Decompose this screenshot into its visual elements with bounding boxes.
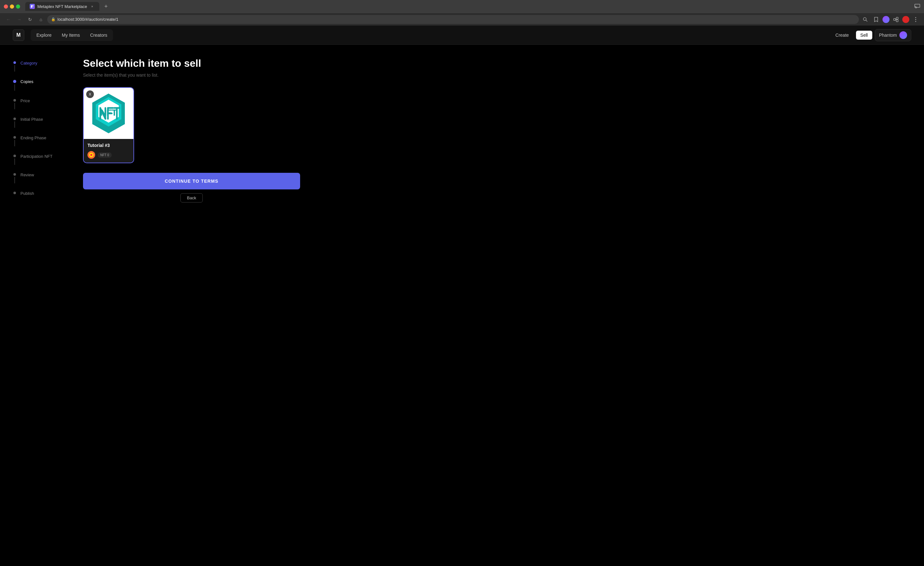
sidebar-step-review[interactable]: Review	[13, 173, 64, 183]
extensions-icon[interactable]	[891, 15, 900, 24]
sidebar-step-participation-nft[interactable]: Participation NFT	[13, 154, 64, 165]
address-bar[interactable]: 🔒 localhost:3000/#/auction/create/1	[47, 15, 859, 24]
sell-button[interactable]: Sell	[856, 31, 872, 40]
step-dot-container-ending-phase	[13, 136, 16, 146]
step-dot-publish	[14, 192, 16, 194]
step-dot-participation-nft	[14, 155, 16, 157]
app-navbar: M Explore My Items Creators Create Sell …	[0, 26, 924, 45]
step-dot-ending-phase	[14, 136, 16, 139]
traffic-light-red[interactable]	[4, 5, 8, 9]
svg-rect-0	[31, 5, 32, 8]
step-dot-review	[14, 173, 16, 176]
phantom-wallet-button[interactable]: Phantom	[875, 29, 911, 41]
step-label-participation-nft: Participation NFT	[20, 154, 52, 159]
browser-toolbar-right	[861, 15, 920, 24]
nft-card-body: Tutorial #3 NFT 0	[84, 139, 134, 162]
phantom-extension-icon[interactable]	[882, 16, 890, 23]
step-line-initial-phase	[14, 122, 15, 128]
svg-line-4	[866, 20, 867, 21]
page-subtitle: Select the item(s) that you want to list…	[83, 72, 300, 78]
step-label-review: Review	[20, 173, 34, 178]
step-dot-copies	[13, 80, 16, 83]
tab-favicon	[30, 4, 35, 9]
step-dot-price	[14, 99, 16, 102]
tab-close-button[interactable]: ×	[90, 4, 95, 9]
svg-rect-1	[32, 5, 33, 6]
main-layout: Category Copies Price	[0, 45, 924, 566]
profile-icon[interactable]	[902, 16, 909, 23]
continue-to-terms-button[interactable]: CONTINUE TO TERMS	[83, 173, 300, 189]
create-button[interactable]: Create	[831, 31, 854, 40]
sidebar-step-price[interactable]: Price	[13, 98, 64, 109]
svg-rect-6	[896, 17, 898, 19]
traffic-light-yellow[interactable]	[10, 5, 14, 9]
step-dot-container-publish	[13, 192, 16, 194]
address-lock-icon: 🔒	[51, 17, 56, 21]
step-line-category	[14, 65, 15, 72]
main-content: Select which item to sell Select the ite…	[83, 57, 300, 553]
step-label-category: Category	[20, 61, 38, 66]
traffic-light-green[interactable]	[16, 5, 20, 9]
refresh-nav-button[interactable]: ↻	[26, 15, 34, 24]
svg-point-9	[915, 19, 916, 20]
svg-rect-7	[896, 20, 898, 22]
step-label-price: Price	[20, 98, 30, 104]
search-toolbar-icon[interactable]	[861, 15, 870, 24]
step-line-review	[14, 177, 15, 183]
nft-hex-logo: NFT	[89, 93, 128, 134]
browser-tab[interactable]: Metaplex NFT Marketplace ×	[25, 2, 99, 11]
step-line-ending-phase	[14, 140, 15, 146]
nft-card-close-button[interactable]: X	[86, 90, 94, 98]
nft-card[interactable]: X NFT	[83, 87, 134, 163]
browser-toolbar: ← → ↻ ⌂ 🔒 localhost:3000/#/auction/creat…	[0, 13, 924, 26]
svg-point-8	[915, 17, 916, 18]
step-dot-container-category	[13, 62, 16, 72]
nav-my-items[interactable]: My Items	[57, 31, 84, 40]
step-label-ending-phase: Ending Phase	[20, 135, 46, 141]
new-tab-button[interactable]: +	[102, 3, 111, 10]
step-dot-container-review	[13, 173, 16, 183]
step-line-price	[14, 103, 15, 109]
address-url: localhost:3000/#/auction/create/1	[57, 17, 118, 22]
sidebar-step-publish[interactable]: Publish	[13, 191, 64, 197]
bookmark-icon[interactable]	[872, 15, 880, 24]
app-logo[interactable]: M	[13, 29, 24, 41]
svg-point-10	[915, 21, 916, 22]
nav-creators[interactable]: Creators	[86, 31, 112, 40]
svg-rect-2	[915, 4, 920, 8]
nft-card-name: Tutorial #3	[87, 143, 130, 148]
step-dot-container-copies	[13, 80, 16, 91]
step-line-copies	[14, 84, 15, 91]
browser-titlebar: Metaplex NFT Marketplace × +	[0, 0, 924, 13]
step-label-initial-phase: Initial Phase	[20, 117, 43, 122]
nav-right: Create Sell Phantom	[831, 29, 911, 41]
nav-links: Explore My Items Creators	[31, 29, 113, 41]
svg-rect-5	[894, 18, 896, 21]
back-button[interactable]: Back	[180, 193, 203, 203]
step-label-publish: Publish	[20, 191, 34, 197]
tab-title: Metaplex NFT Marketplace	[38, 4, 87, 9]
creator-avatar	[87, 151, 95, 159]
phantom-avatar	[899, 31, 907, 39]
sidebar-step-ending-phase[interactable]: Ending Phase	[13, 135, 64, 146]
nft-badge: NFT 0	[98, 152, 112, 158]
sidebar-step-copies[interactable]: Copies	[13, 79, 64, 91]
sidebar-step-category[interactable]: Category	[13, 61, 64, 72]
step-dot-container-initial-phase	[13, 117, 16, 128]
forward-nav-button[interactable]: →	[15, 15, 24, 24]
nav-explore[interactable]: Explore	[32, 31, 56, 40]
step-dot-container-participation-nft	[13, 155, 16, 165]
phantom-label: Phantom	[879, 33, 897, 38]
home-nav-button[interactable]: ⌂	[36, 15, 45, 24]
step-line-participation-nft	[14, 158, 15, 165]
cast-icon	[914, 4, 920, 9]
app-content: M Explore My Items Creators Create Sell …	[0, 26, 924, 566]
step-dot-container-price	[13, 99, 16, 109]
traffic-lights	[4, 5, 20, 9]
nft-card-footer: NFT 0	[87, 151, 130, 159]
step-dot-initial-phase	[14, 117, 16, 120]
menu-icon[interactable]	[911, 15, 920, 24]
back-nav-button[interactable]: ←	[4, 15, 13, 24]
sidebar-step-initial-phase[interactable]: Initial Phase	[13, 117, 64, 128]
svg-point-25	[90, 154, 92, 156]
